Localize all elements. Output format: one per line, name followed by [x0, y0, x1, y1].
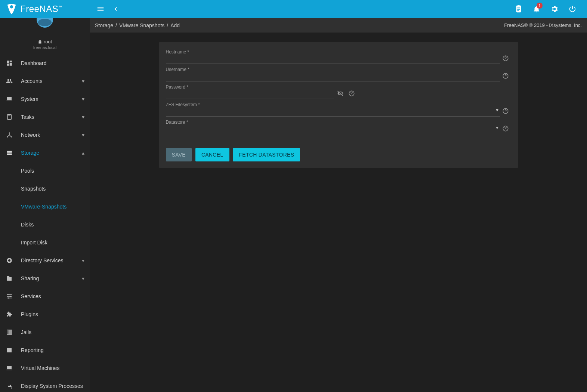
processes-icon: [5, 383, 13, 389]
clipboard-icon[interactable]: [512, 3, 525, 15]
user-host: freenas.local: [0, 45, 90, 50]
sidebar-item-services[interactable]: Services: [0, 287, 90, 305]
notifications-icon[interactable]: 1: [530, 3, 543, 15]
chevron-up-icon: ▴: [82, 150, 84, 156]
sidebar-item-label: Directory Services: [21, 257, 82, 263]
breadcrumb: Storage / VMware Snapshots / Add FreeNAS…: [90, 18, 587, 33]
sidebar-item-label: Dashboard: [21, 60, 84, 66]
sharing-icon: [5, 275, 13, 282]
sidebar-item-label: Services: [21, 293, 84, 299]
field-username: Username *: [166, 65, 511, 82]
crumb-storage[interactable]: Storage: [95, 22, 113, 28]
reporting-icon: [5, 347, 13, 354]
sidebar-item-label: Disks: [21, 222, 34, 228]
directory-icon: [5, 257, 13, 264]
sidebar-item-label: Accounts: [21, 78, 82, 84]
sidebar-item-storage[interactable]: Storage ▴: [0, 144, 90, 162]
svg-point-9: [10, 296, 11, 297]
sidebar-item-label: Display System Processes: [21, 383, 84, 389]
sidebar-item-jails[interactable]: Jails: [0, 323, 90, 341]
tasks-icon: [5, 114, 13, 120]
sidebar-item-label: Network: [21, 132, 82, 138]
sidebar-item-accounts[interactable]: Accounts ▾: [0, 72, 90, 90]
chevron-down-icon: ▾: [82, 132, 84, 138]
settings-icon[interactable]: [548, 3, 561, 15]
help-icon[interactable]: [501, 54, 510, 62]
sidebar-item-label: Storage: [21, 150, 82, 156]
sidebar-item-tasks[interactable]: Tasks ▾: [0, 108, 90, 126]
sidebar-item-system[interactable]: System ▾: [0, 90, 90, 108]
crumb-vmware[interactable]: VMware Snapshots: [119, 22, 164, 28]
jails-icon: [5, 329, 13, 336]
zfs-select[interactable]: [166, 107, 500, 117]
sidebar-item-label: Virtual Machines: [21, 365, 84, 371]
sidebar-item-sharing[interactable]: Sharing ▾: [0, 269, 90, 287]
sidebar-item-plugins[interactable]: Plugins: [0, 305, 90, 323]
field-zfs: ZFS Filesystem * ▾: [166, 100, 511, 117]
sidebar-sub-disks[interactable]: Disks: [0, 216, 90, 234]
sidebar-item-label: Sharing: [21, 275, 82, 281]
crumb-separator: /: [115, 22, 117, 28]
content: Storage / VMware Snapshots / Add FreeNAS…: [90, 18, 587, 392]
sidebar-sub-snapshots[interactable]: Snapshots: [0, 180, 90, 198]
crumb-separator: /: [167, 22, 168, 28]
sidebar-item-label: System: [21, 96, 82, 102]
dashboard-icon: [5, 60, 13, 67]
svg-point-2: [38, 19, 52, 26]
fetch-datastores-button[interactable]: FETCH DATASTORES: [233, 148, 300, 161]
chevron-down-icon: ▾: [82, 257, 84, 263]
help-icon[interactable]: [501, 124, 510, 133]
accounts-icon: [5, 78, 13, 84]
copyright-link[interactable]: FreeNAS® © 2019 - iXsystems, Inc.: [504, 22, 582, 28]
back-icon[interactable]: [109, 3, 122, 15]
sidebar-item-dashboard[interactable]: Dashboard: [0, 54, 90, 72]
brand[interactable]: FreeNAS™: [0, 0, 90, 18]
help-icon[interactable]: [501, 107, 510, 115]
brand-name: FreeNAS™: [20, 4, 62, 14]
field-hostname: Hostname *: [166, 47, 511, 65]
svg-point-0: [10, 6, 13, 8]
power-icon[interactable]: [566, 3, 579, 15]
datastore-select[interactable]: [166, 124, 500, 134]
avatar: [34, 18, 56, 38]
password-input[interactable]: [166, 89, 334, 99]
plugins-icon: [5, 311, 13, 318]
sidebar-sub-pools[interactable]: Pools: [0, 162, 90, 180]
chevron-down-icon: ▾: [82, 78, 84, 84]
sidebar-item-label: Jails: [21, 329, 84, 335]
username-input[interactable]: [166, 71, 500, 81]
sidebar-item-label: Pools: [21, 168, 34, 174]
visibility-off-icon[interactable]: [336, 89, 345, 98]
sidebar-item-label: Reporting: [21, 347, 84, 353]
crumb-add[interactable]: Add: [170, 22, 180, 28]
chevron-down-icon: ▾: [82, 275, 84, 281]
chevron-down-icon: ▾: [82, 114, 84, 120]
help-icon[interactable]: [347, 89, 356, 98]
lock-icon: [38, 40, 42, 44]
logo-icon: [5, 3, 18, 15]
storage-icon: [5, 149, 13, 156]
sidebar-sub-vmware-snapshots[interactable]: VMware-Snapshots: [0, 198, 90, 216]
help-icon[interactable]: [501, 72, 510, 80]
svg-point-10: [8, 297, 9, 299]
sidebar-item-directory-services[interactable]: Directory Services ▾: [0, 251, 90, 269]
system-icon: [5, 96, 13, 102]
services-icon: [5, 293, 13, 300]
sidebar-item-network[interactable]: Network ▾: [0, 126, 90, 144]
network-icon: [5, 132, 13, 138]
sidebar-item-reporting[interactable]: Reporting: [0, 341, 90, 359]
save-button[interactable]: SAVE: [166, 148, 192, 161]
sidebar-item-label: VMware-Snapshots: [21, 204, 67, 210]
cancel-button[interactable]: CANCEL: [195, 148, 229, 161]
sidebar-item-label: Tasks: [21, 114, 82, 120]
sidebar-item-processes[interactable]: Display System Processes: [0, 377, 90, 392]
user-block: root freenas.local: [0, 18, 90, 54]
menu-icon[interactable]: [94, 3, 107, 15]
sidebar-item-label: Snapshots: [21, 186, 46, 192]
topbar: FreeNAS™ 1: [0, 0, 587, 18]
sidebar-item-vms[interactable]: Virtual Machines: [0, 359, 90, 377]
sidebar-sub-import-disk[interactable]: Import Disk: [0, 234, 90, 251]
form-card: Hostname * Username *: [159, 42, 518, 168]
hostname-input[interactable]: [166, 54, 500, 64]
sidebar-item-label: Import Disk: [21, 240, 47, 246]
